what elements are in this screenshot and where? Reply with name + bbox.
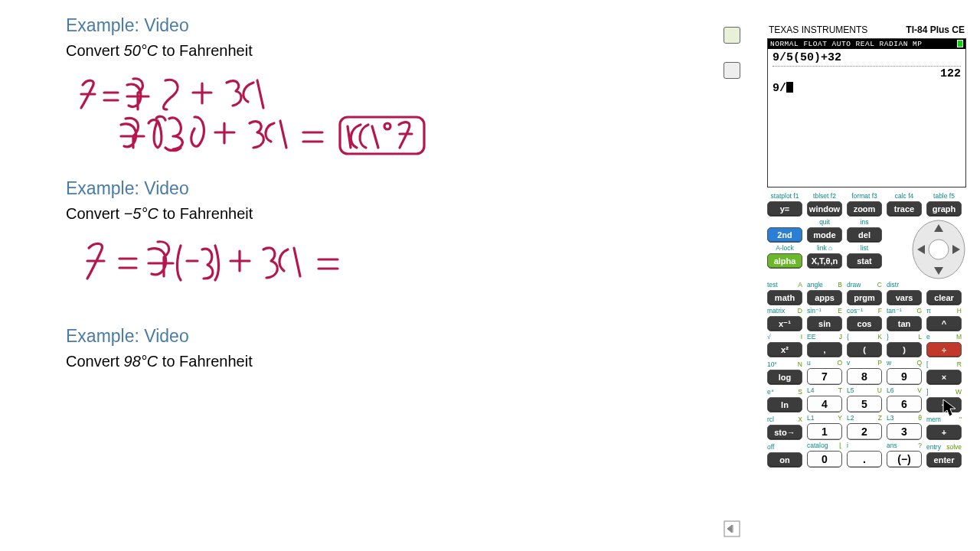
key-x[interactable]: x⁻¹ xyxy=(767,316,802,331)
key-vars[interactable]: vars xyxy=(887,290,922,305)
key-2[interactable]: 2 xyxy=(847,423,882,440)
handwriting-1 xyxy=(66,71,720,163)
key-6[interactable]: 6 xyxy=(887,396,922,412)
key-sin[interactable]: sin xyxy=(807,316,842,331)
key-7[interactable]: 7 xyxy=(807,368,842,385)
calc-screen: NORMAL FLOAT AUTO REAL RADIAN MP 9/5(50)… xyxy=(767,38,966,187)
key-x[interactable]: x² xyxy=(767,342,802,357)
screen-answer-1: 122 xyxy=(773,66,961,80)
key-[interactable]: , xyxy=(807,342,842,357)
example-1: Example: Video Convert 50°C to Fahrenhei… xyxy=(66,15,720,163)
key-3[interactable]: 3 xyxy=(887,423,922,440)
example-3: Example: Video Convert 98°C to Fahrenhei… xyxy=(66,326,720,370)
key-cos[interactable]: cos xyxy=(847,316,882,331)
key-[interactable]: ÷ xyxy=(926,342,962,357)
key-del[interactable]: del xyxy=(847,227,882,243)
key-[interactable]: + xyxy=(926,425,962,440)
key-[interactable]: × xyxy=(926,370,962,385)
calc-tool-icon[interactable] xyxy=(724,27,740,44)
key-prgm[interactable]: prgm xyxy=(847,290,882,305)
key-ln[interactable]: ln xyxy=(767,397,802,412)
key-log[interactable]: log xyxy=(767,370,802,385)
model-name: TI-84 Plus CE xyxy=(906,24,965,35)
key-sto[interactable]: sto→ xyxy=(767,425,802,440)
key-5[interactable]: 5 xyxy=(847,396,882,412)
key-trace[interactable]: trace xyxy=(887,201,922,217)
svg-point-4 xyxy=(929,240,949,259)
status-bar: NORMAL FLOAT AUTO REAL RADIAN MP xyxy=(768,39,965,49)
collapse-icon[interactable] xyxy=(724,520,740,537)
side-tools xyxy=(724,27,740,79)
key-window[interactable]: window xyxy=(807,201,842,217)
key-tan[interactable]: tan xyxy=(887,316,922,331)
key-stat[interactable]: stat xyxy=(847,253,882,269)
key-apps[interactable]: apps xyxy=(807,290,842,305)
example-heading: Example: Video xyxy=(66,15,720,36)
screen-input-1: 9/5(50)+32 xyxy=(773,51,961,64)
key-on[interactable]: on xyxy=(767,452,802,468)
key-alpha[interactable]: alpha xyxy=(767,253,802,269)
key-[interactable]: (−) xyxy=(887,451,922,468)
key-[interactable]: ( xyxy=(847,342,882,357)
key-mode[interactable]: mode xyxy=(807,227,842,243)
calc-brand-bar: TEXAS INSTRUMENTS TI-84 Plus CE xyxy=(767,24,966,38)
svg-point-1 xyxy=(384,123,390,129)
example-2: Example: Video Convert −5°C to Fahrenhei… xyxy=(66,178,720,303)
key-enter[interactable]: enter xyxy=(926,452,962,468)
example-prompt: Convert 98°C to Fahrenheit xyxy=(66,353,720,370)
key-9[interactable]: 9 xyxy=(887,368,922,385)
keypad: statplot f1y=tblset f2windowformat f3zoo… xyxy=(767,192,966,468)
handwriting-2 xyxy=(66,234,720,303)
dpad[interactable] xyxy=(911,218,966,281)
brand-name: TEXAS INSTRUMENTS xyxy=(769,24,867,35)
example-heading: Example: Video xyxy=(66,178,720,199)
key-[interactable]: ^ xyxy=(926,316,962,331)
svg-rect-0 xyxy=(340,117,424,154)
key-0[interactable]: 0 xyxy=(807,451,842,468)
document-area: Example: Video Convert 50°C to Fahrenhei… xyxy=(0,0,720,551)
key-y[interactable]: y= xyxy=(767,201,802,217)
example-heading: Example: Video xyxy=(66,326,720,347)
cursor-block xyxy=(786,82,793,93)
key-graph[interactable]: graph xyxy=(926,201,962,217)
calculator: TEXAS INSTRUMENTS TI-84 Plus CE NORMAL F… xyxy=(767,24,966,469)
copy-tool-icon[interactable] xyxy=(724,62,740,79)
key-zoom[interactable]: zoom xyxy=(847,201,882,217)
key-xtn[interactable]: X,T,θ,n xyxy=(807,253,842,269)
key-[interactable]: ) xyxy=(887,342,922,357)
battery-icon xyxy=(957,40,963,47)
key-4[interactable]: 4 xyxy=(807,396,842,412)
key-8[interactable]: 8 xyxy=(847,368,882,385)
example-prompt: Convert 50°C to Fahrenheit xyxy=(66,42,720,60)
key-clear[interactable]: clear xyxy=(926,290,962,305)
key-1[interactable]: 1 xyxy=(807,423,842,440)
key-2nd[interactable]: 2nd xyxy=(767,227,802,243)
key-math[interactable]: math xyxy=(767,290,802,305)
example-prompt: Convert −5°C to Fahrenheit xyxy=(66,205,720,223)
key-[interactable]: . xyxy=(847,451,882,468)
screen-input-2: 9/ xyxy=(773,82,961,95)
mouse-cursor xyxy=(942,398,957,421)
